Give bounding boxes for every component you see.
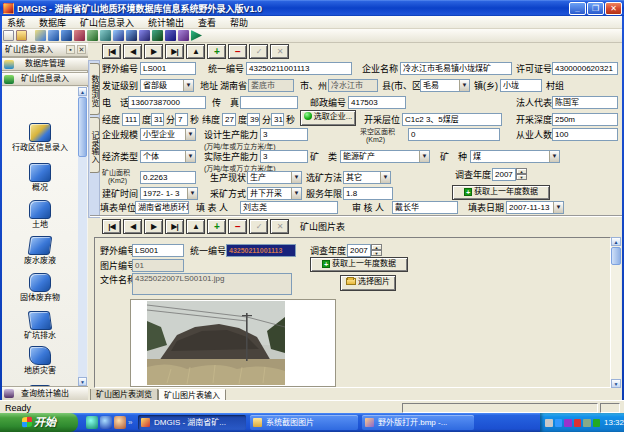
nav-next-button[interactable]: ▶	[144, 44, 163, 59]
quicklaunch-icon-3[interactable]	[114, 416, 126, 429]
nav-insert-button[interactable]: +	[207, 219, 226, 234]
latitude-sec-input[interactable]: 31	[271, 113, 284, 126]
pic-survey-year-spinner[interactable]: ▲▼	[371, 244, 382, 257]
nav-refresh-button[interactable]: ▲	[186, 219, 205, 234]
filename-textarea[interactable]: 4325022007LS00101.jpg	[132, 273, 292, 295]
mine-kind-select[interactable]: 煤▼	[470, 150, 560, 163]
sidebar-item-query-stats[interactable]: 查询统计输出	[2, 386, 88, 400]
taskbar-task-screenshots[interactable]: 系统截图图片	[250, 415, 358, 430]
pick-company-button[interactable]: 选取企业...	[300, 110, 356, 126]
build-time-select[interactable]: 1972- 1- 3▼	[140, 187, 198, 200]
menu-system[interactable]: 系统	[0, 16, 32, 29]
economy-type-select[interactable]: 个体▼	[140, 150, 196, 163]
field-no-input[interactable]: LS001	[140, 62, 196, 75]
solid-waste-icon[interactable]	[87, 30, 98, 41]
phone-input[interactable]: 13607387000	[128, 96, 206, 109]
land-survey-icon[interactable]	[126, 30, 137, 41]
nav-cancel-button[interactable]: ✕	[270, 219, 289, 234]
mining-method-select[interactable]: 井下开采▼	[247, 187, 302, 200]
nav-prev-button[interactable]: ◀	[123, 219, 142, 234]
overview-icon[interactable]	[48, 30, 59, 41]
nav-cancel-button[interactable]: ✕	[270, 44, 289, 59]
sidebar-scrollbar[interactable]: ▲ ▼	[78, 87, 87, 386]
longitude-min-input[interactable]: 31	[151, 113, 164, 126]
nav-refresh-button[interactable]: ▲	[186, 44, 205, 59]
latitude-min-input[interactable]: 39	[247, 113, 260, 126]
minimize-button[interactable]: _	[569, 2, 586, 15]
picture-panel-scrollbar[interactable]: ▲ ▼	[611, 237, 621, 388]
menu-help[interactable]: 帮助	[223, 16, 255, 29]
sidebar-item-geo-hazard[interactable]: 地质灾害	[4, 346, 76, 375]
scroll-up-icon[interactable]: ▲	[611, 237, 621, 246]
waste-water-icon[interactable]	[74, 30, 85, 41]
tray-icon-4[interactable]	[574, 419, 582, 427]
service-years-input[interactable]: 1.8	[343, 187, 393, 200]
nav-post-button[interactable]: ✓	[249, 44, 268, 59]
quicklaunch-overflow-icon[interactable]: »	[128, 418, 132, 427]
scrollbar-thumb[interactable]	[78, 97, 87, 157]
sidebar-item-mine-drain[interactable]: 矿坑排水	[4, 311, 76, 340]
scroll-up-icon[interactable]: ▲	[78, 87, 87, 96]
open-folder-icon[interactable]	[16, 30, 27, 41]
fill-unit-input[interactable]: 湖南省地质环境	[135, 201, 189, 214]
cert-level-select[interactable]: 省部级▼	[140, 79, 194, 92]
menu-stats-output[interactable]: 统计输出	[141, 16, 191, 29]
taskbar-task-bmp[interactable]: 野外版打开.bmp -...	[362, 415, 474, 430]
sidebar-group-database[interactable]: 数据库管理	[2, 57, 88, 71]
design-capacity-input[interactable]: 3	[260, 128, 308, 141]
geo-hazard-icon[interactable]	[113, 30, 124, 41]
admin-entry-icon[interactable]	[35, 30, 46, 41]
sidebar-group-mine-entry[interactable]: 矿山信息录入	[2, 72, 88, 86]
menu-view[interactable]: 查看	[191, 16, 223, 29]
menu-mine-entry[interactable]: 矿山信息录入	[73, 16, 141, 29]
mine-area-input[interactable]: 0.2263	[140, 171, 196, 184]
auditor-input[interactable]: 戴长华	[392, 201, 458, 214]
land-icon[interactable]	[61, 30, 72, 41]
postcode-input[interactable]: 417503	[348, 96, 406, 109]
new-doc-icon[interactable]	[3, 30, 14, 41]
mine-class-select[interactable]: 能源矿产▼	[340, 150, 430, 163]
get-prev-year-button[interactable]: +获取上一年度数据	[452, 185, 550, 200]
stat-1-icon[interactable]	[139, 30, 150, 41]
nav-delete-button[interactable]: −	[228, 219, 247, 234]
longitude-deg-input[interactable]: 111	[122, 113, 140, 126]
mine-drain-icon[interactable]	[100, 30, 111, 41]
company-input[interactable]: 冷水江市毛易镇小垅煤矿	[400, 62, 512, 75]
longitude-sec-input[interactable]: 7	[175, 113, 188, 126]
pic-get-prev-year-button[interactable]: +获取上一年度数据	[310, 257, 408, 272]
tray-icon-5[interactable]	[583, 419, 591, 427]
survey-year-input[interactable]: 2007	[492, 168, 516, 181]
close-button[interactable]: ✕	[605, 2, 622, 15]
license-input[interactable]: 4300000620321	[552, 62, 618, 75]
tray-icon-1[interactable]	[545, 419, 553, 427]
quicklaunch-icon-2[interactable]	[100, 416, 112, 429]
nav-first-button[interactable]: |◀	[102, 219, 121, 234]
chart-icon[interactable]	[165, 30, 176, 41]
tray-icon-3[interactable]	[564, 419, 572, 427]
sidebar-item-waste-water[interactable]: 废水废液	[4, 236, 76, 265]
menu-database[interactable]: 数据库	[32, 16, 73, 29]
mining-depth-input[interactable]: 250m	[552, 113, 618, 126]
taskbar-task-dmgis[interactable]: DMGIS - 湖南省矿...	[138, 415, 246, 430]
scrollbar-thumb[interactable]	[611, 247, 621, 265]
fax-input[interactable]	[240, 96, 298, 109]
close-panel-icon[interactable]: ✕	[77, 45, 86, 54]
sidebar-item-admin-entry[interactable]: 行政区信息录入	[4, 123, 76, 152]
employees-input[interactable]: 100	[552, 128, 618, 141]
scroll-down-icon[interactable]: ▼	[611, 379, 621, 388]
nav-delete-button[interactable]: −	[228, 44, 247, 59]
mining-layer-input[interactable]: C1c2 3、5煤层	[402, 113, 502, 126]
unified-no-input[interactable]: 43250211001113	[246, 62, 352, 75]
pic-no-input[interactable]: 01	[132, 259, 184, 272]
pic-survey-year-input[interactable]: 2007	[347, 244, 371, 257]
scale-select[interactable]: 小型企业▼	[140, 128, 196, 141]
pic-unified-no-input[interactable]: 43250211001113	[226, 244, 296, 257]
stat-2-icon[interactable]	[152, 30, 163, 41]
nav-first-button[interactable]: |◀	[102, 44, 121, 59]
nav-prev-button[interactable]: ◀	[123, 44, 142, 59]
dressing-select[interactable]: 其它▼	[343, 171, 391, 184]
restore-button[interactable]: ❐	[587, 2, 604, 15]
status-select[interactable]: 生产▼	[247, 171, 302, 184]
fill-date-select[interactable]: 2007-11-13▼	[506, 201, 564, 214]
tray-icon-2[interactable]	[555, 419, 563, 427]
